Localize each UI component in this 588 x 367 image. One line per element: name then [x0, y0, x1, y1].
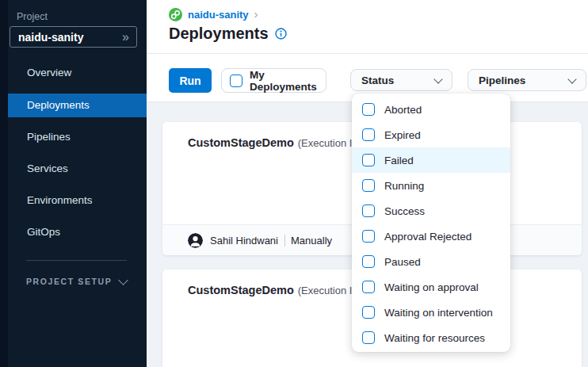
status-option-waiting-for-resources[interactable]: Waiting for resources — [352, 325, 510, 350]
my-deployments-checkbox[interactable] — [230, 75, 242, 87]
status-option-label: Waiting on intervention — [384, 307, 493, 319]
status-option-label: Failed — [384, 155, 414, 166]
chevron-down-icon — [118, 275, 128, 285]
app-window: Project naidu-sanity » Overview Deployme… — [0, 0, 588, 367]
project-icon — [169, 8, 182, 21]
status-option-expired[interactable]: Expired — [352, 122, 510, 147]
status-option-label: Success — [384, 205, 425, 217]
status-option-failed[interactable]: Failed — [352, 147, 510, 173]
sidebar-divider — [26, 260, 127, 261]
status-option-running[interactable]: Running — [352, 173, 510, 198]
sidebar-item-pipelines[interactable]: Pipelines — [8, 125, 147, 149]
breadcrumb-project-link[interactable]: naidu-sanity — [188, 9, 249, 21]
status-option-label: Aborted — [384, 104, 422, 116]
checkbox[interactable] — [362, 103, 375, 116]
sidebar-item-gitops[interactable]: GitOps — [8, 220, 147, 244]
chevron-down-icon — [567, 75, 576, 83]
status-filter-dropdown[interactable]: Status — [350, 69, 452, 91]
sidebar: Project naidu-sanity » Overview Deployme… — [0, 0, 147, 367]
status-dropdown-menu: Aborted Expired Failed Running Success A… — [352, 94, 510, 352]
chevron-down-icon — [433, 75, 442, 83]
sidebar-item-overview[interactable]: Overview — [8, 61, 147, 85]
pipelines-filter-label: Pipelines — [479, 75, 525, 86]
checkbox[interactable] — [362, 205, 375, 217]
status-option-label: Approval Rejected — [384, 231, 472, 243]
my-deployments-filter[interactable]: My Deployments — [221, 68, 326, 93]
execution-id-text: (Execution Id — [298, 285, 358, 296]
page-title: Deployments — [169, 25, 269, 43]
page-header: naidu-sanity › Deployments — [147, 0, 588, 54]
breadcrumb: naidu-sanity › — [169, 8, 258, 21]
project-setup-label: PROJECT SETUP — [26, 277, 112, 286]
sidebar-item-environments[interactable]: Environments — [8, 189, 147, 212]
checkbox[interactable] — [362, 255, 375, 268]
execution-id-text: (Execution Id — [298, 137, 358, 149]
status-option-label: Paused — [384, 256, 421, 268]
checkbox[interactable] — [362, 281, 375, 293]
double-chevron-right-icon[interactable]: » — [122, 31, 129, 44]
footer-divider — [284, 235, 285, 247]
checkbox[interactable] — [362, 179, 375, 192]
checkbox[interactable] — [362, 306, 375, 319]
sidebar-item-services[interactable]: Services — [8, 157, 147, 181]
title-row: Deployments — [169, 25, 287, 43]
info-icon[interactable] — [275, 28, 287, 40]
status-option-waiting-on-intervention[interactable]: Waiting on intervention — [352, 300, 510, 325]
sidebar-item-deployments[interactable]: Deployments — [8, 94, 147, 117]
checkbox[interactable] — [362, 154, 375, 166]
status-option-label: Waiting for resources — [384, 332, 485, 344]
checkbox[interactable] — [362, 230, 375, 243]
project-selector[interactable]: naidu-sanity » — [10, 26, 137, 48]
checkbox[interactable] — [362, 331, 375, 344]
user-avatar-icon — [188, 233, 203, 248]
status-option-waiting-on-approval[interactable]: Waiting on approval — [352, 274, 510, 300]
checkbox[interactable] — [362, 128, 375, 141]
pipelines-filter-dropdown[interactable]: Pipelines — [468, 69, 586, 91]
status-option-label: Waiting on approval — [384, 281, 479, 293]
chevron-right-icon: › — [254, 8, 258, 20]
triggered-by-user: Sahil Hindwani — [210, 235, 278, 247]
project-label: Project — [17, 11, 48, 22]
status-option-label: Running — [384, 180, 424, 192]
status-option-approval-rejected[interactable]: Approval Rejected — [352, 224, 510, 249]
module-edge-strip — [0, 0, 8, 367]
status-option-paused[interactable]: Paused — [352, 249, 510, 274]
run-button[interactable]: Run — [169, 68, 212, 93]
trigger-type: Manually — [291, 235, 332, 247]
project-name: naidu-sanity — [18, 31, 83, 44]
status-filter-label: Status — [361, 75, 394, 86]
sidebar-section-project-setup[interactable]: PROJECT SETUP — [26, 277, 127, 286]
status-option-label: Expired — [384, 129, 421, 141]
status-option-aborted[interactable]: Aborted — [352, 97, 510, 122]
my-deployments-label: My Deployments — [250, 69, 326, 93]
pipeline-name: CustomStageDemo — [188, 284, 294, 296]
pipeline-name: CustomStageDemo — [188, 136, 294, 149]
status-option-success[interactable]: Success — [352, 198, 510, 224]
